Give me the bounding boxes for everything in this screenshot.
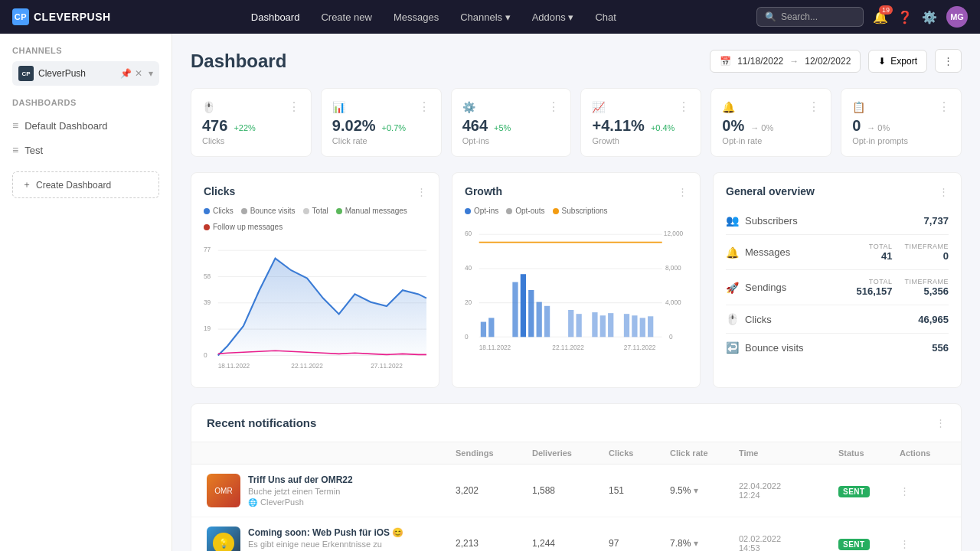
svg-rect-38 [608, 313, 613, 337]
bounce-icon: ↩️ [726, 341, 739, 354]
page-header: Dashboard 📅 11/18/2022 → 12/02/2022 ⬇ Ex… [191, 49, 962, 73]
nav-chat[interactable]: Chat [586, 7, 625, 28]
charts-row: Clicks ⋮ Clicks Bounce visits Total [191, 172, 962, 388]
svg-text:8,000: 8,000 [665, 264, 681, 272]
calendar-icon: 📅 [720, 56, 731, 67]
col-actions: Actions [900, 448, 946, 458]
nav-channels[interactable]: Channels ▾ [451, 7, 520, 28]
growth-chart-area: 60 40 20 0 12,000 8,000 4,000 0 [465, 221, 688, 359]
chevron-icon[interactable]: ▾ [149, 68, 153, 79]
avatar[interactable]: MG [946, 6, 968, 28]
date-range-picker[interactable]: 📅 11/18/2022 → 12/02/2022 [710, 50, 861, 73]
legend-bounce: Bounce visits [241, 207, 296, 215]
notif-sendings-2: 2,213 [456, 538, 532, 549]
legend-clicks: Clicks [204, 207, 234, 215]
table-row: OMR Triff Uns auf der OMR22 Buche jetzt … [191, 465, 961, 517]
create-dashboard-button[interactable]: ＋ Create Dashboard [12, 171, 159, 198]
svg-text:20: 20 [465, 298, 472, 306]
notif-actions-2[interactable]: ⋮ [900, 538, 946, 549]
svg-rect-29 [512, 282, 518, 337]
opt-in-rate-stat-icon: 🔔 [722, 101, 735, 113]
legend-dot-bounce [241, 208, 247, 214]
click-rate-change: +0.7% [382, 123, 407, 132]
overview-bounce-visits: ↩️ Bounce visits 556 [726, 334, 949, 361]
general-overview-title: General overview [726, 185, 815, 197]
search-icon: 🔍 [765, 11, 776, 22]
more-options-button[interactable]: ⋮ [935, 49, 962, 73]
clicks-chart-more[interactable]: ⋮ [416, 186, 426, 197]
sendings-total-label: TOTAL [857, 278, 893, 285]
general-overview-card: General overview ⋮ 👥 Subscribers 7,737 🔔… [713, 172, 962, 388]
logo[interactable]: CP CLEVERPUSH [12, 8, 111, 25]
sidebar-item-test[interactable]: ≡ Test [0, 138, 172, 162]
general-overview-more[interactable]: ⋮ [939, 186, 949, 197]
notif-actions-1[interactable]: ⋮ [900, 485, 946, 497]
notif-time-2: 02.02.2022 14:53 [739, 534, 838, 551]
notif-deliveries-2: 1,244 [532, 538, 609, 549]
notifications-title: Recent notifications [207, 416, 316, 429]
growth-label: Growth [592, 136, 690, 145]
svg-rect-28 [488, 318, 494, 337]
nav-create-new[interactable]: Create new [312, 7, 381, 28]
notif-text-2: Coming soon: Web Push für iOS 😊 Es gibt … [248, 527, 403, 551]
clicks-chart-legend: Clicks Bounce visits Total Manual messag… [204, 207, 426, 231]
notif-text-1: Triff Uns auf der OMR22 Buche jetzt eine… [248, 474, 353, 507]
svg-text:12,000: 12,000 [664, 230, 684, 237]
svg-text:18.11.2022: 18.11.2022 [218, 362, 250, 370]
svg-marker-10 [218, 259, 426, 356]
col-time: Time [739, 448, 838, 458]
notifications-more[interactable]: ⋮ [936, 417, 946, 429]
opt-in-rate-more[interactable]: ⋮ [808, 99, 820, 114]
opt-in-prompts-value: 0 [852, 117, 861, 135]
dashboards-title: Dashboards [0, 98, 172, 107]
notif-sub-1: Buche jetzt einen Termin [248, 487, 353, 496]
col-click-rate: Click rate [670, 448, 739, 458]
table-row: 💡 Coming soon: Web Push für iOS 😊 Es gib… [191, 517, 961, 551]
opt-in-rate-label: Opt-in rate [722, 136, 820, 145]
channels-title: Channels [12, 46, 159, 55]
bounce-label: Bounce visits [745, 342, 804, 354]
sendings-timeframe-value: 5,356 [905, 285, 949, 297]
legend-followup: Follow up messages [204, 223, 283, 231]
notifications-icon[interactable]: 🔔 19 [873, 10, 888, 24]
clicks-chart-area: 77 58 39 19 0 [204, 237, 426, 375]
dashboards-section: Dashboards ≡ Default Dashboard ≡ Test ＋ … [0, 98, 172, 198]
messages-icon: 🔔 [726, 246, 739, 259]
nav-addons[interactable]: Addons ▾ [523, 7, 583, 28]
sendings-timeframe-label: TIMEFRAME [905, 278, 949, 285]
plus-icon: ＋ [22, 178, 31, 191]
opt-in-prompts-more[interactable]: ⋮ [938, 99, 950, 114]
growth-chart-more[interactable]: ⋮ [678, 186, 688, 197]
messages-total-label: TOTAL [869, 243, 893, 250]
growth-more[interactable]: ⋮ [678, 99, 690, 114]
settings-icon[interactable]: ⚙️ [922, 10, 937, 24]
clicks-label: Clicks [202, 136, 300, 145]
svg-rect-41 [640, 318, 645, 337]
legend-total: Total [303, 207, 328, 215]
nav-dashboard[interactable]: Dashboard [242, 7, 309, 28]
channel-tag[interactable]: CP CleverPush 📌 ✕ ▾ [12, 61, 159, 86]
stat-opt-in-prompts: 📋 ⋮ 0 → 0% Opt-in prompts [841, 88, 962, 157]
sidebar-item-default-dashboard[interactable]: ≡ Default Dashboard [0, 113, 172, 138]
legend-opt-outs: Opt-outs [506, 207, 544, 215]
click-rate-more[interactable]: ⋮ [418, 99, 430, 114]
svg-text:77: 77 [204, 246, 211, 253]
clicks-more[interactable]: ⋮ [288, 99, 300, 114]
growth-svg: 60 40 20 0 12,000 8,000 4,000 0 [465, 221, 688, 359]
notif-time-1: 22.04.2022 12:24 [739, 481, 838, 500]
search-box[interactable]: 🔍 Search... [756, 7, 864, 27]
opt-ins-more[interactable]: ⋮ [547, 99, 560, 114]
help-icon[interactable]: ❓ [897, 10, 913, 24]
close-icon[interactable]: ✕ [135, 68, 142, 79]
svg-text:40: 40 [465, 264, 472, 272]
notif-title-2: Coming soon: Web Push für iOS 😊 [248, 527, 403, 538]
notif-source-label-1: CleverPush [260, 497, 304, 507]
nav-messages[interactable]: Messages [384, 7, 448, 28]
svg-text:4,000: 4,000 [665, 298, 681, 306]
export-button[interactable]: ⬇ Export [868, 50, 927, 73]
stat-opt-in-rate: 🔔 ⋮ 0% → 0% Opt-in rate [710, 88, 831, 157]
svg-rect-35 [577, 314, 582, 337]
recent-notifications-section: Recent notifications ⋮ Sendings Deliveri… [191, 403, 962, 551]
sendings-label: Sendings [745, 282, 786, 293]
nav-right: 🔍 Search... 🔔 19 ❓ ⚙️ MG [756, 6, 968, 28]
